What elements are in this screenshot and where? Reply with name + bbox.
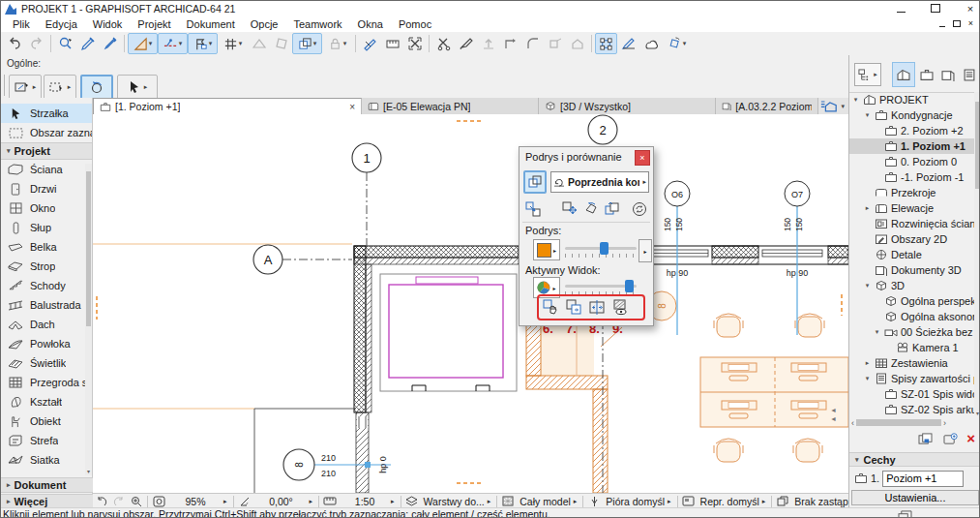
marquee-tool[interactable]: Obszar zaznac...	[1, 123, 92, 142]
collapse-left-icon[interactable]: ◄	[830, 407, 837, 413]
project-chooser-button[interactable]: ▸	[854, 63, 881, 86]
tab-3d-wszystko[interactable]: [3D / Wszystko]	[539, 98, 716, 114]
trace-reference-dialog[interactable]: Podrys i porównanie × Poprzednia kondygn…	[519, 146, 654, 326]
arrow-mode-button[interactable]: ▸	[117, 75, 158, 100]
gravity-button[interactable]	[248, 33, 270, 54]
elevate-button[interactable]	[477, 33, 499, 54]
tree-item-aksonometria[interactable]: Ogólna aksonometria	[849, 309, 975, 324]
object-tool[interactable]: Obiekt	[1, 411, 92, 431]
menu-edycja[interactable]: Edycja	[38, 16, 85, 32]
docked-palette-icon[interactable]	[898, 510, 912, 518]
menu-pomoc[interactable]: Pomoc	[391, 16, 439, 32]
elevator-shaft[interactable]	[380, 274, 517, 391]
tree-item-sz02[interactable]: SZ-02 Spis arkuszy	[849, 402, 975, 415]
door-tool[interactable]: Drzwi	[1, 179, 92, 198]
tree-item-poziom-minus1[interactable]: -1. Poziom -1	[849, 169, 975, 185]
find-select-button[interactable]	[54, 33, 76, 54]
snap-points-button[interactable]: ▾	[188, 33, 218, 54]
pen-set-control[interactable]: Pióra domyśl ▸	[585, 496, 674, 507]
rotation-control[interactable]: 0,00° ▸	[236, 496, 317, 507]
trace-opacity-thumb[interactable]	[600, 242, 609, 255]
reset-reference-button[interactable]	[603, 199, 622, 219]
menu-dokument[interactable]: Dokument	[179, 16, 243, 32]
trace-opacity-slider[interactable]	[565, 239, 637, 260]
pick-up-parameters-button[interactable]	[76, 33, 99, 54]
mdi-close-button[interactable]: ×	[968, 17, 973, 29]
tree-item-zestawienia[interactable]: ▸Zestawienia	[849, 355, 975, 371]
h-scroll-left-icon[interactable]: ‹	[851, 418, 854, 428]
toolbox-scroll-down-icon[interactable]: ▾	[85, 468, 92, 475]
tree-item-detale[interactable]: Detale	[849, 247, 975, 262]
settings-button[interactable]: Ustawienia...	[851, 490, 979, 505]
inject-parameters-button[interactable]	[99, 33, 121, 54]
beam-tool[interactable]: Belka	[1, 237, 92, 257]
tree-item-elewacje[interactable]: ▸Elewacje	[849, 200, 975, 216]
selection-options-button[interactable]: ▸	[9, 75, 42, 100]
tree-item-poziom-0[interactable]: 0. Poziom 0	[849, 154, 975, 169]
switch-reference-active-button[interactable]	[564, 297, 583, 317]
mesh-tool[interactable]: Siatka	[1, 450, 92, 470]
magic-wand-button[interactable]	[639, 33, 662, 54]
menu-projekt[interactable]: Projekt	[130, 16, 178, 32]
tree-scrollbar[interactable]	[974, 92, 980, 415]
layout-book-tab[interactable]	[936, 62, 960, 87]
project-map-tab[interactable]	[892, 62, 915, 87]
menu-opcje[interactable]: Opcje	[243, 16, 286, 32]
dialog-title-bar[interactable]: Podrys i porównanie ×	[520, 147, 653, 167]
tab-close-icon[interactable]: ×	[349, 102, 355, 112]
undo-button[interactable]	[3, 33, 25, 54]
tree-item-dokumenty-3d[interactable]: Dokumenty 3D	[849, 262, 975, 278]
panel-collapse-arrows[interactable]: ◄ ◄	[830, 407, 837, 422]
trace-color-button[interactable]: ▸	[533, 239, 560, 260]
reference-fills-visibility-button[interactable]	[610, 297, 630, 317]
drag-reference-button[interactable]	[541, 297, 560, 317]
active-view-opacity-thumb[interactable]	[625, 280, 634, 292]
scale-control[interactable]: 1:50 ▸	[321, 496, 399, 507]
menu-plik[interactable]: Plik	[5, 16, 38, 32]
trace-more-options-button[interactable]: ▸	[638, 239, 652, 262]
toolbox-section-dokument[interactable]: ▸ Dokument	[1, 477, 93, 493]
resize-button[interactable]	[566, 33, 588, 54]
tree-item-obszary-2d[interactable]: Obszary 2D	[849, 231, 975, 247]
tab-a0322-poziom-0[interactable]: [A.03.2.2 Poziom 0]	[716, 98, 818, 114]
tree-item-kamera-1[interactable]: Kamera 1	[849, 340, 975, 355]
tree-item-przekroje[interactable]: Przekroje	[849, 185, 975, 200]
lock-button[interactable]: ▾	[322, 33, 352, 54]
toolbox-scrollbar[interactable]	[85, 164, 92, 475]
slab-tool[interactable]: Strop	[1, 257, 92, 276]
split-button[interactable]	[455, 33, 477, 54]
morph-tool[interactable]: Kształt	[1, 392, 92, 411]
window-tool[interactable]: Okno	[1, 198, 92, 218]
layers-control[interactable]: Warstwy do... ▸	[403, 496, 495, 507]
tree-item-projekt[interactable]: ▾PROJEKT	[849, 92, 975, 107]
graphic-override-control[interactable]: Repr. domyśl ▸	[680, 496, 770, 507]
snap-guides-button[interactable]: ▾	[158, 33, 188, 54]
structure-display-control[interactable]: Cały model ▸	[499, 496, 580, 507]
story-name-input[interactable]	[882, 471, 964, 487]
tab-elewacja-pn[interactable]: [E-05 Elewacja PN]	[362, 98, 539, 114]
transform-button[interactable]	[595, 33, 617, 54]
toolbar-grip[interactable]	[4, 75, 5, 96]
guide-lines-button[interactable]: ▾	[128, 33, 158, 54]
save-view-button[interactable]	[941, 431, 959, 446]
mdi-minimize-button[interactable]	[939, 17, 945, 29]
tree-item-poziom-plus2[interactable]: 2. Poziom +2	[849, 123, 975, 138]
grid-snap-button[interactable]: ▾	[218, 33, 248, 54]
morph-button[interactable]	[617, 33, 639, 54]
zoom-level-control[interactable]: 95% ▸	[150, 496, 231, 507]
fit-in-window-button[interactable]	[403, 33, 426, 54]
tree-item-perspektywa[interactable]: Ogólna perspektywa	[849, 293, 975, 309]
transfer-reference-button[interactable]	[523, 199, 543, 219]
reference-select-dropdown[interactable]: Poprzednia kondygn... ▸	[550, 171, 649, 193]
restore-button[interactable]	[929, 1, 942, 16]
wall-tool[interactable]: Ściana	[1, 160, 92, 179]
h-scroll-right-icon[interactable]: ›	[943, 418, 946, 428]
navigator-close-icon[interactable]: ×	[966, 431, 975, 446]
stretch-button[interactable]	[544, 33, 566, 54]
menu-teamwork[interactable]: Teamwork	[285, 16, 349, 32]
tab-poziom-1[interactable]: [1. Poziom +1] ×	[93, 98, 362, 114]
minimize-button[interactable]	[894, 1, 907, 16]
toolbox-section-projekt[interactable]: ▾ Projekt	[1, 142, 92, 160]
tree-item-spisy[interactable]: ▾Spisy zawartości projektu	[849, 371, 975, 386]
tree-item-rozwiniecia[interactable]: Rozwinięcia ścian	[849, 216, 975, 231]
